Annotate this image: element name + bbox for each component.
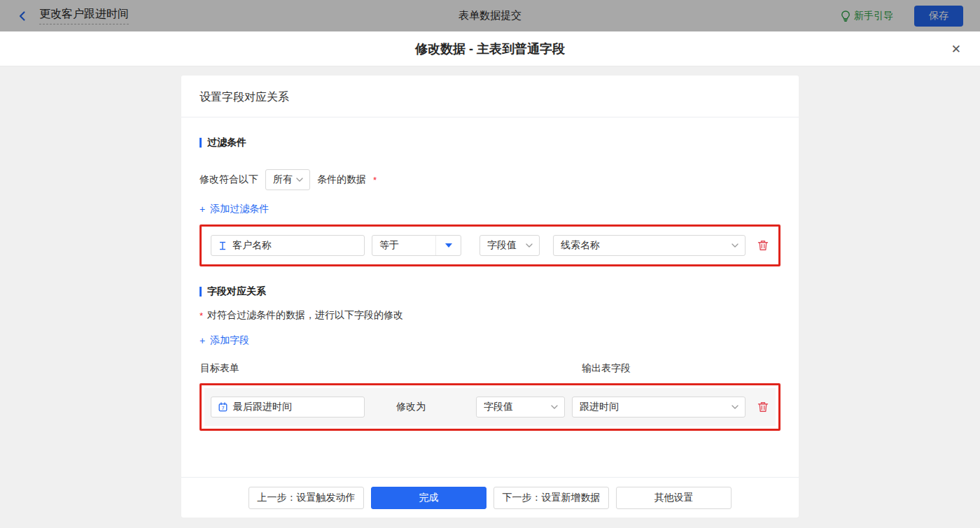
prev-step-button[interactable]: 上一步：设置触发动作 [248,487,364,509]
plus-icon: + [200,204,205,215]
operator-caret-box [435,236,461,255]
filter-row-highlight: 客户名称 等于 字段值 线索名称 [200,224,780,266]
delete-filter-button[interactable] [757,239,769,252]
chevron-down-icon [732,243,738,248]
add-filter-label: 添加过滤条件 [210,203,269,215]
section-accent-bar [200,138,202,148]
mapping-value: 跟进时间 [580,401,619,413]
panel-footer: 上一步：设置触发动作 完成 下一步：设置新增数据 其他设置 [181,477,799,518]
plus-icon: + [200,335,205,346]
panel-title: 设置字段对应关系 [181,76,799,117]
match-prefix-label: 修改符合以下 [200,173,258,186]
mapping-hint: * 对符合过滤条件的数据，进行以下字段的修改 [200,309,780,322]
value-type-select[interactable]: 字段值 [479,235,540,256]
filter-field-input[interactable]: 客户名称 [211,235,365,256]
topbar-center-title: 表单数据提交 [458,9,522,22]
mapping-row: 7 最后跟进时间 修改为 字段值 跟进时间 [204,388,776,426]
compare-value-select[interactable]: 线索名称 [553,235,746,256]
dialog-header: 修改数据 - 主表到普通字段 ✕ [0,31,980,66]
match-condition-row: 修改符合以下 所有 条件的数据 * [200,169,780,190]
dialog-title: 修改数据 - 主表到普通字段 [415,41,565,57]
operator-value: 等于 [379,239,399,252]
lightbulb-icon [841,10,850,22]
chevron-down-icon [526,243,533,248]
target-field-input[interactable]: 7 最后跟进时间 [211,397,365,418]
add-field-link[interactable]: + 添加字段 [200,334,249,347]
mapping-column-headers: 目标表单 输出表字段 [200,362,780,375]
filter-field-value: 客户名称 [232,239,272,252]
beginner-guide-link[interactable]: 新手引导 [841,10,893,22]
filter-section-label: 过滤条件 [207,136,246,149]
trash-icon [757,401,769,413]
topbar: 更改客户跟进时间 表单数据提交 新手引导 保存 [0,0,980,31]
mapping-value-select[interactable]: 跟进时间 [572,397,746,418]
svg-text:7: 7 [221,406,224,411]
chevron-left-icon [17,10,28,22]
mapping-hint-text: 对符合过滤条件的数据，进行以下字段的修改 [207,309,403,322]
back-button[interactable] [17,10,28,22]
required-mark: * [200,311,203,321]
mapping-row-highlight: 7 最后跟进时间 修改为 字段值 跟进时间 [200,383,780,431]
chevron-down-icon [732,405,738,409]
calendar-icon: 7 [218,402,227,412]
save-button[interactable]: 保存 [914,6,963,27]
match-type-select[interactable]: 所有 [265,169,310,190]
trash-icon [757,239,769,252]
caret-down-icon [445,243,452,248]
done-button[interactable]: 完成 [371,487,486,509]
mapping-panel: 设置字段对应关系 过滤条件 修改符合以下 所有 条件的数据 * + [181,76,799,518]
section-accent-bar [200,287,202,297]
next-step-button[interactable]: 下一步：设置新增数据 [493,487,609,509]
other-settings-button[interactable]: 其他设置 [616,487,732,509]
delete-field-button[interactable] [757,401,769,413]
mapping-section-label: 字段对应关系 [207,285,266,298]
dialog-body: 设置字段对应关系 过滤条件 修改符合以下 所有 条件的数据 * + [0,66,980,528]
target-field-value: 最后跟进时间 [233,401,292,413]
mapping-value-type: 字段值 [484,401,513,413]
modify-to-label: 修改为 [396,401,426,413]
add-field-label: 添加字段 [210,334,249,347]
chevron-down-icon [296,178,303,182]
target-form-header: 目标表单 [200,362,582,375]
mapping-value-type-select[interactable]: 字段值 [476,397,565,418]
compare-value: 线索名称 [561,239,600,252]
required-mark: * [373,175,377,185]
match-type-value: 所有 [273,173,293,186]
value-type-value: 字段值 [487,239,517,252]
mapping-section-title: 字段对应关系 [200,285,780,298]
filter-section-title: 过滤条件 [200,136,780,149]
match-suffix-label: 条件的数据 [317,173,366,186]
operator-select[interactable]: 等于 [372,235,461,256]
output-field-header: 输出表字段 [582,362,631,375]
chevron-down-icon [551,405,558,409]
close-icon[interactable]: ✕ [951,43,961,55]
add-filter-link[interactable]: + 添加过滤条件 [200,203,269,215]
guide-label: 新手引导 [854,10,893,22]
text-field-icon [218,241,227,250]
flow-title: 更改客户跟进时间 [39,7,129,24]
